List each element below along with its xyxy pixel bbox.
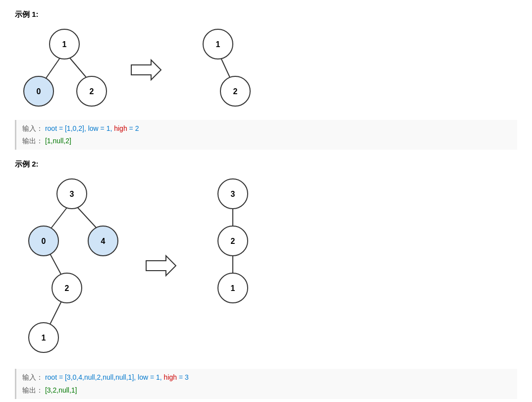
node-4-label: 4 <box>101 237 106 245</box>
output-value-2: [3,2,null,1] <box>45 386 77 394</box>
node-1-ex2-label: 1 <box>42 334 46 342</box>
arrow-polygon <box>131 60 161 80</box>
example-2-after-tree: 3 2 1 <box>193 174 292 334</box>
node-2-label: 2 <box>90 87 94 96</box>
example-2-input-line: 输入： root = [3,0,4,null,2,null,null,1], l… <box>22 371 511 384</box>
node-2-ex2-label: 2 <box>65 284 69 292</box>
example-2-diagram: 3 0 4 2 1 <box>15 174 517 364</box>
input-value-2: root = [3,0,4,null,2,null,null,1], low =… <box>45 373 189 381</box>
node-3-label: 3 <box>70 190 74 198</box>
example-1-diagram: 1 0 2 1 <box>15 24 517 115</box>
after-node-2-label: 2 <box>233 87 238 96</box>
example-2-before-tree: 3 0 4 2 1 <box>15 174 129 364</box>
example-2-title: 示例 2: <box>15 160 517 169</box>
after-node-3-label: 3 <box>231 190 235 198</box>
node-0-ex2-label: 0 <box>42 237 46 245</box>
output-label-1: 输出： <box>22 137 43 145</box>
example-1-input-line: 输入： root = [1,0,2], low = 1, high = 2 <box>22 122 511 135</box>
example-2-code: 输入： root = [3,0,4,null,2,null,null,1], l… <box>15 369 517 399</box>
input-label-1: 输入： <box>22 124 43 132</box>
input-value-1: root = [1,0,2], low = 1, high = 2 <box>45 124 139 132</box>
output-value-1: [1,null,2] <box>45 137 71 145</box>
example-1-code: 输入： root = [1,0,2], low = 1, high = 2 输出… <box>15 120 517 150</box>
after-node-2-label: 2 <box>231 237 235 245</box>
arrow-polygon-2 <box>146 256 176 276</box>
node-0-label: 0 <box>37 87 41 96</box>
output-label-2: 输出： <box>22 386 43 394</box>
example-1-output-line: 输出： [1,null,2] <box>22 135 511 147</box>
arrow-2 <box>144 253 178 278</box>
example-1-after-tree: 1 2 <box>178 24 258 115</box>
input-label-2: 输入： <box>22 373 43 381</box>
after-node-1-label: 1 <box>231 284 235 292</box>
example-1-before-tree: 1 0 2 <box>15 24 114 115</box>
example-1-title: 示例 1: <box>15 10 517 19</box>
example-1: 示例 1: 1 0 2 <box>15 10 517 150</box>
arrow-1 <box>129 57 163 82</box>
example-2-output-line: 输出： [3,2,null,1] <box>22 384 511 397</box>
after-node-1-label: 1 <box>216 40 220 49</box>
example-2: 示例 2: 3 0 4 <box>15 160 517 399</box>
node-1-label: 1 <box>62 40 67 49</box>
